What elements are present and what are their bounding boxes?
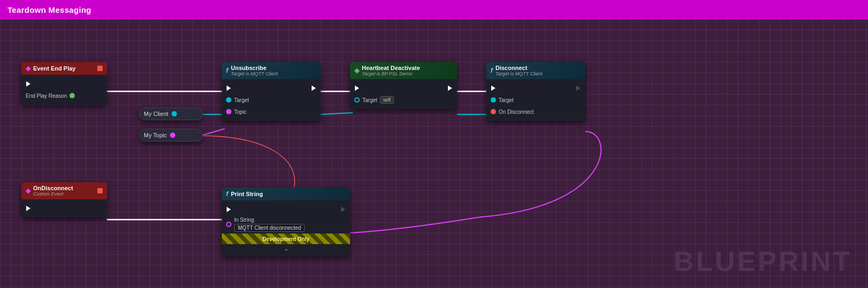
unsubscribe-exec-out xyxy=(311,85,316,91)
unsubscribe-node: f Unsubscribe Target is MQTT Client Targ… xyxy=(222,62,321,121)
print-string-value: MQTT Client disconnected xyxy=(234,224,305,232)
exec-out-pin xyxy=(26,81,31,87)
my-client-node[interactable]: My Client xyxy=(139,107,203,120)
heartbeat-body: Target self xyxy=(350,79,457,109)
diamond-icon-heartbeat: ◆ xyxy=(354,67,359,74)
heartbeat-title: Heartbeat Deactivate xyxy=(362,65,420,71)
end-play-reason-pin xyxy=(69,93,75,98)
disconnect-on-disconnect-pin xyxy=(491,109,496,114)
print-string-exec-row xyxy=(222,204,350,215)
heartbeat-exec-in xyxy=(354,85,360,91)
on-disconnect-red-pin xyxy=(97,188,103,193)
on-disconnect-subtitle: Custom Event xyxy=(33,191,73,197)
unsubscribe-exec-row xyxy=(222,82,321,94)
func-icon-unsubscribe: f xyxy=(226,67,228,74)
disconnect-title: Disconnect xyxy=(495,65,542,71)
my-topic-pin xyxy=(170,133,175,138)
event-end-play-header: ◆ Event End Play xyxy=(21,62,107,75)
print-string-header: f Print String xyxy=(222,188,350,200)
event-end-play-title: Event End Play xyxy=(33,65,75,72)
print-string-exec-out xyxy=(340,207,346,212)
print-string-body: In String MQTT Client disconnected Devel… xyxy=(222,200,350,256)
disconnect-body: Target On Disconnect xyxy=(486,79,585,121)
unsubscribe-topic-row: Topic xyxy=(222,106,321,118)
unsubscribe-target-pin xyxy=(226,97,231,103)
my-client-label: My Client xyxy=(144,111,168,117)
heartbeat-exec-out xyxy=(447,85,453,91)
exec-out-row xyxy=(21,78,107,90)
dev-only-bar: Development Only xyxy=(222,233,350,244)
end-play-reason-row: End Play Reason xyxy=(21,90,107,102)
heartbeat-exec-row xyxy=(350,82,457,94)
title-text: Teardown Messaging xyxy=(7,5,91,14)
end-play-reason-label: End Play Reason xyxy=(26,93,67,99)
diamond-icon-ondisconnect: ◆ xyxy=(26,187,30,194)
event-end-play-node: ◆ Event End Play End Play Reason xyxy=(21,62,107,105)
my-client-pin xyxy=(172,111,177,116)
unsubscribe-exec-in xyxy=(226,85,231,91)
diamond-icon: ◆ xyxy=(26,65,30,72)
my-topic-node[interactable]: My Topic xyxy=(139,129,203,142)
unsubscribe-topic-pin xyxy=(226,109,231,114)
disconnect-exec-row xyxy=(486,82,585,94)
on-disconnect-exec-out xyxy=(26,206,31,211)
disconnect-node: f Disconnect Target is MQTT Client Targe… xyxy=(486,62,585,121)
print-string-title: Print String xyxy=(231,191,263,197)
func-icon-print: f xyxy=(226,190,228,198)
print-string-node: f Print String In String MQTT Client dis… xyxy=(222,188,350,256)
disconnect-header: f Disconnect Target is MQTT Client xyxy=(486,62,585,79)
print-string-exec-in xyxy=(226,207,231,212)
heartbeat-subtitle: Target is BP PSL Demo xyxy=(362,71,420,76)
heartbeat-header: ◆ Heartbeat Deactivate Target is BP PSL … xyxy=(350,62,457,79)
disconnect-on-disconnect-row: On Disconnect xyxy=(486,106,585,118)
print-string-in-string-row: In String MQTT Client disconnected xyxy=(222,215,350,233)
self-badge: self xyxy=(380,96,394,104)
on-disconnect-body xyxy=(21,199,107,217)
red-square-pin xyxy=(97,66,103,71)
unsubscribe-subtitle: Target is MQTT Client xyxy=(231,71,278,76)
unsubscribe-title: Unsubscribe xyxy=(231,65,278,71)
disconnect-target-pin xyxy=(491,97,496,103)
disconnect-exec-out xyxy=(576,85,581,91)
connections-svg xyxy=(0,19,868,288)
heartbeat-target-label: Target xyxy=(362,97,377,103)
my-topic-body: My Topic xyxy=(139,129,203,142)
chevron-down: ⌄ xyxy=(222,244,350,253)
on-disconnect-exec-row xyxy=(21,203,107,214)
on-disconnect-title: OnDisconnect xyxy=(33,185,73,191)
unsubscribe-target-row: Target xyxy=(222,94,321,106)
on-disconnect-header: ◆ OnDisconnect Custom Event xyxy=(21,182,107,199)
func-icon-disconnect: f xyxy=(491,67,493,74)
title-bar: Teardown Messaging xyxy=(0,0,868,19)
svg-line-4 xyxy=(200,129,224,136)
on-disconnect-node: ◆ OnDisconnect Custom Event xyxy=(21,182,107,217)
my-client-body: My Client xyxy=(139,107,203,120)
unsubscribe-body: Target Topic xyxy=(222,79,321,121)
unsubscribe-header: f Unsubscribe Target is MQTT Client xyxy=(222,62,321,79)
unsubscribe-target-label: Target xyxy=(234,97,249,103)
print-string-in-pin xyxy=(226,222,231,227)
disconnect-on-disconnect-label: On Disconnect xyxy=(499,109,534,115)
disconnect-exec-in xyxy=(491,85,496,91)
heartbeat-target-row: Target self xyxy=(350,94,457,106)
heartbeat-target-pin xyxy=(354,97,360,103)
unsubscribe-topic-label: Topic xyxy=(234,109,246,115)
disconnect-target-label: Target xyxy=(499,97,514,103)
blueprint-watermark: BLUEPRINT xyxy=(673,245,852,277)
heartbeat-deactivate-node: ◆ Heartbeat Deactivate Target is BP PSL … xyxy=(350,62,457,109)
disconnect-target-row: Target xyxy=(486,94,585,106)
svg-line-5 xyxy=(321,113,353,114)
event-end-play-body: End Play Reason xyxy=(21,75,107,105)
disconnect-subtitle: Target is MQTT Client xyxy=(495,71,542,76)
my-topic-label: My Topic xyxy=(144,132,167,138)
canvas: ◆ Event End Play End Play Reason My Clie… xyxy=(0,19,868,288)
dev-only-text: Development Only xyxy=(262,236,309,242)
print-string-in-label: In String xyxy=(234,217,305,223)
